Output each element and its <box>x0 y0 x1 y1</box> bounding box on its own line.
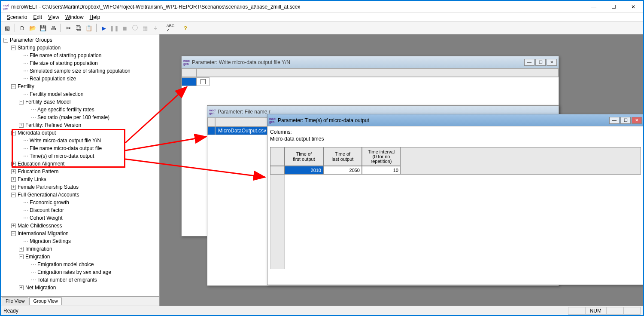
menu-view[interactable]: View <box>46 14 62 20</box>
tab-file-view[interactable]: File View <box>2 298 28 305</box>
tree-item[interactable]: File name of starting population <box>30 52 101 58</box>
paste-icon[interactable]: 📋 <box>84 23 94 33</box>
tree-root[interactable]: Parameter Groups <box>10 37 52 43</box>
expand-icon[interactable]: + <box>11 185 16 190</box>
help-icon[interactable]: ? <box>181 23 190 33</box>
tree-item[interactable]: File name micro-data output file <box>30 145 102 151</box>
filename-cell[interactable]: MicroDataOutput.csv <box>215 126 269 135</box>
menu-window[interactable]: Window <box>63 14 86 20</box>
tree-item[interactable]: Economic growth <box>30 199 69 206</box>
expand-icon[interactable]: + <box>19 285 24 290</box>
tree-item[interactable]: Fertility: Refined Version <box>25 122 81 128</box>
statusbar: Ready NUM <box>1 306 643 315</box>
new-icon[interactable]: 🗋 <box>18 23 27 33</box>
status-ready: Ready <box>3 308 568 314</box>
collapse-icon[interactable]: − <box>11 46 16 50</box>
open-icon[interactable]: 📂 <box>28 23 37 33</box>
child-close-icon[interactable]: ✕ <box>547 59 557 66</box>
tree-item[interactable]: Education Alignment <box>18 161 64 167</box>
tree-item[interactable]: Write micro-data output file Y/N <box>30 138 101 144</box>
expand-icon[interactable]: + <box>19 247 24 252</box>
divide-icon[interactable]: ÷ <box>151 23 160 33</box>
close-button[interactable]: ✕ <box>623 1 643 13</box>
col-header: (0 for no <box>373 154 390 159</box>
spell-icon[interactable]: ABC✓ <box>166 23 175 33</box>
tree-item[interactable]: Fertility Base Model <box>25 99 70 105</box>
tree-item[interactable]: Simulated sample size of starting popula… <box>30 68 131 74</box>
collapse-icon[interactable]: − <box>11 131 16 135</box>
tree-item[interactable]: Immigration <box>25 246 52 252</box>
child-maximize-icon[interactable]: ☐ <box>620 117 631 124</box>
save-icon[interactable]: 💾 <box>38 23 48 33</box>
child-app-icon: modgen <box>209 109 216 115</box>
expand-icon[interactable]: + <box>11 224 16 228</box>
tree-item[interactable]: Emigration model choice <box>37 261 94 267</box>
stop-icon[interactable]: ◼ <box>120 23 129 33</box>
print-icon[interactable]: 🖶 <box>49 23 58 33</box>
tree-item[interactable]: Cohort Weight <box>30 215 62 221</box>
child-titlebar[interactable]: modgen Parameter: Write micro-data outpu… <box>182 56 559 68</box>
tree-item[interactable]: Fertility model selection <box>30 91 83 97</box>
cut-icon[interactable]: ✂ <box>64 23 73 33</box>
tree-item[interactable]: Sex ratio (male per 100 female) <box>37 114 109 120</box>
child-close-icon[interactable]: ✕ <box>632 117 642 124</box>
tree-item[interactable]: Emigration rates by sex and age <box>37 269 111 275</box>
collapse-icon[interactable]: − <box>19 255 24 259</box>
tree-item[interactable]: Female Partnership Status <box>18 184 79 190</box>
app-icon: modgen <box>3 3 9 10</box>
collapse-icon[interactable]: − <box>11 193 16 197</box>
tree-item[interactable]: File size of starting population <box>30 60 98 66</box>
grid-icon[interactable]: ▦ <box>140 23 150 33</box>
menu-help[interactable]: Help <box>87 14 103 20</box>
expand-icon[interactable]: + <box>11 169 16 174</box>
minimize-button[interactable]: — <box>584 1 604 13</box>
tree-item[interactable]: Male Childlessness <box>18 223 62 229</box>
tree-item[interactable]: Family Links <box>18 176 46 182</box>
maximize-button[interactable]: ☐ <box>604 1 623 13</box>
tree-item[interactable]: Time(s) of micro-data output <box>30 153 94 159</box>
tree-item[interactable]: Starting population <box>18 45 61 51</box>
tree-item[interactable]: Total number of emigrants <box>37 277 97 283</box>
expand-icon[interactable]: + <box>11 162 16 166</box>
window-title: microWELT - C:\Users\Martin\Dropbox\_WIF… <box>11 4 584 10</box>
tree-item[interactable]: Fertility <box>18 83 34 89</box>
tree-item[interactable]: Age specific fertility rates <box>37 107 94 113</box>
menu-scenario[interactable]: Scenario <box>4 14 30 20</box>
tree-item[interactable]: Real population size <box>30 76 76 82</box>
copy-icon[interactable]: ⿻ <box>74 23 83 33</box>
tree-item[interactable]: Emigration <box>25 254 50 260</box>
status-cell <box>623 307 641 315</box>
tree-item[interactable]: Net Migration <box>25 285 56 291</box>
tree-item[interactable]: International Migration <box>18 230 69 236</box>
cell-first-output[interactable]: 2010 <box>285 166 323 175</box>
menu-edit[interactable]: Edit <box>30 14 45 20</box>
child-maximize-icon[interactable]: ☐ <box>535 59 546 66</box>
child-minimize-icon[interactable]: — <box>609 117 620 124</box>
parameter-tree[interactable]: −Parameter Groups −Starting population ⋯… <box>1 34 159 296</box>
tree-item[interactable]: Migration Settings <box>30 238 71 244</box>
child-minimize-icon[interactable]: — <box>524 59 535 66</box>
param-window-times[interactable]: modgen Parameter: Time(s) of micro-data … <box>267 114 643 285</box>
tree-item[interactable]: Microdata output <box>18 130 56 136</box>
mdi-area: modgen Parameter: Write micro-data outpu… <box>160 34 643 306</box>
tree-item[interactable]: Full Generational Accounts <box>18 192 79 198</box>
expand-icon[interactable]: + <box>19 123 24 128</box>
tree-item[interactable]: Education Pattern <box>18 169 58 175</box>
pause-icon[interactable]: ❚❚ <box>109 23 119 33</box>
cell-interval[interactable]: 10 <box>362 166 401 175</box>
expand-icon[interactable]: + <box>11 177 16 182</box>
cell-last-output[interactable]: 2050 <box>323 166 362 175</box>
tree-item[interactable]: Discount factor <box>30 207 64 213</box>
child-titlebar[interactable]: modgen Parameter: Time(s) of micro-data … <box>267 114 643 126</box>
collapse-icon[interactable]: − <box>3 38 8 43</box>
info-icon[interactable]: ⓘ <box>130 23 140 33</box>
status-num: NUM <box>585 307 606 315</box>
tab-group-view[interactable]: Group View <box>29 298 61 305</box>
checkbox-cell[interactable] <box>197 77 210 86</box>
collapse-icon[interactable]: − <box>11 231 16 236</box>
tool-scenario-icon[interactable]: ▧ <box>3 23 12 33</box>
child-app-icon: modgen <box>269 117 276 123</box>
collapse-icon[interactable]: − <box>11 84 16 89</box>
run-icon[interactable]: ▶ <box>99 23 109 33</box>
collapse-icon[interactable]: − <box>19 100 24 104</box>
